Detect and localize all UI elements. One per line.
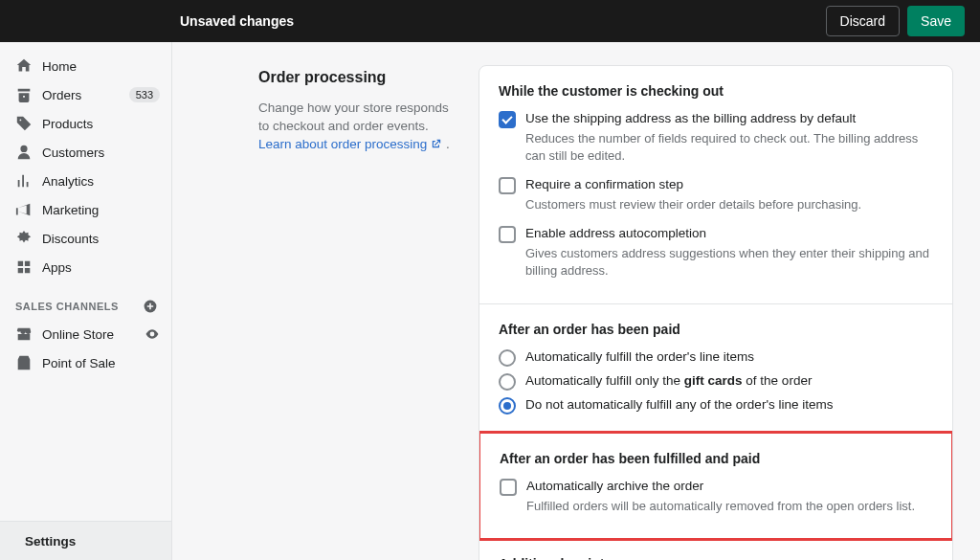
products-icon bbox=[15, 115, 33, 132]
choice-label: Automatically archive the order bbox=[526, 478, 932, 496]
sidebar-item-analytics[interactable]: Analytics bbox=[0, 167, 171, 195]
home-icon bbox=[15, 57, 33, 75]
sidebar: Home Orders 533 Products Customers Analy… bbox=[0, 42, 172, 560]
save-button[interactable]: Save bbox=[907, 6, 965, 36]
checkout-heading: While the customer is checking out bbox=[499, 83, 933, 99]
choice-desc: Customers must review their order detail… bbox=[525, 196, 933, 219]
checkbox-icon bbox=[499, 226, 516, 243]
sidebar-item-orders[interactable]: Orders 533 bbox=[0, 80, 171, 109]
page-section-title: Order processing bbox=[258, 69, 450, 86]
checkbox-icon bbox=[499, 177, 516, 194]
choice-label: Enable address autocompletion bbox=[525, 225, 933, 243]
pos-icon bbox=[15, 354, 33, 371]
add-channel-icon[interactable] bbox=[143, 299, 158, 314]
sidebar-item-label: Online Store bbox=[42, 327, 135, 342]
choice-desc: Fulfilled orders will be automatically r… bbox=[526, 498, 932, 521]
sidebar-item-label: Analytics bbox=[42, 174, 160, 189]
checkbox-icon bbox=[500, 479, 517, 496]
learn-link[interactable]: Learn about order processing bbox=[258, 137, 442, 151]
choice-desc: Gives customers address suggestions when… bbox=[525, 245, 933, 285]
learn-link-text: Learn about order processing bbox=[258, 137, 427, 151]
desc-pre: Change how your store responds to checko… bbox=[258, 101, 449, 133]
sidebar-item-label: Orders bbox=[42, 88, 120, 102]
sidebar-footer: Settings bbox=[0, 521, 171, 560]
order-processing-card: While the customer is checking out Use t… bbox=[479, 65, 953, 560]
sidebar-item-online-store[interactable]: Online Store bbox=[0, 320, 171, 348]
discard-button[interactable]: Discard bbox=[826, 6, 900, 36]
section-heading-block: Order processing Change how your store r… bbox=[258, 65, 450, 537]
page-section-desc: Change how your store responds to checko… bbox=[258, 100, 450, 154]
sidebar-item-label: Products bbox=[42, 117, 160, 131]
radio-fulfill-gift-cards[interactable]: Automatically fulfill only the gift card… bbox=[499, 372, 933, 391]
sidebar-item-marketing[interactable]: Marketing bbox=[0, 195, 171, 224]
sidebar-item-products[interactable]: Products bbox=[0, 109, 171, 138]
sidebar-item-discounts[interactable]: Discounts bbox=[0, 224, 171, 253]
sales-channels-heading: SALES CHANNELS bbox=[0, 281, 171, 320]
settings-card-column: While the customer is checking out Use t… bbox=[479, 65, 953, 537]
topbar: Unsaved changes Discard Save bbox=[0, 0, 980, 42]
sidebar-item-apps[interactable]: Apps bbox=[0, 253, 171, 281]
view-store-icon[interactable] bbox=[145, 326, 160, 342]
radio-auto-fulfill-all[interactable]: Automatically fulfill the order's line i… bbox=[499, 348, 933, 367]
sidebar-item-label: Point of Sale bbox=[42, 356, 160, 370]
orders-badge: 533 bbox=[129, 87, 160, 102]
primary-nav: Home Orders 533 Products Customers Analy… bbox=[0, 42, 171, 521]
apps-icon bbox=[15, 258, 33, 276]
topbar-title: Unsaved changes bbox=[15, 13, 826, 29]
sidebar-item-label: Marketing bbox=[42, 203, 160, 217]
analytics-icon bbox=[15, 172, 33, 190]
sidebar-item-customers[interactable]: Customers bbox=[0, 138, 171, 167]
checkbox-shipping-as-billing[interactable]: Use the shipping address as the billing … bbox=[499, 110, 933, 170]
sidebar-item-label: Discounts bbox=[42, 232, 160, 246]
sidebar-item-label: Customers bbox=[42, 146, 160, 160]
choice-label: Require a confirmation step bbox=[525, 176, 933, 194]
choice-desc: Reduces the number of fields required to… bbox=[525, 130, 933, 170]
checkbox-auto-archive[interactable]: Automatically archive the order Fulfille… bbox=[500, 478, 932, 521]
sidebar-item-label: Home bbox=[42, 59, 160, 74]
marketing-icon bbox=[15, 201, 33, 218]
sidebar-item-home[interactable]: Home bbox=[0, 52, 171, 80]
checkbox-icon bbox=[499, 111, 516, 128]
checkbox-require-confirmation[interactable]: Require a confirmation step Customers mu… bbox=[499, 176, 933, 219]
online-store-icon bbox=[15, 325, 33, 343]
choice-label: Use the shipping address as the billing … bbox=[525, 110, 933, 128]
after-paid-heading: After an order has been paid bbox=[499, 322, 933, 337]
after-fulfilled-section: After an order has been fulfilled and pa… bbox=[479, 431, 953, 541]
main-content: Order processing Change how your store r… bbox=[172, 42, 980, 560]
scripts-heading: Additional scripts bbox=[499, 556, 933, 560]
sidebar-item-label: Apps bbox=[42, 260, 160, 275]
sidebar-item-settings[interactable]: Settings bbox=[0, 522, 171, 560]
radio-icon bbox=[499, 349, 516, 367]
topbar-actions: Discard Save bbox=[826, 6, 965, 36]
radio-icon bbox=[499, 397, 516, 414]
checkbox-address-autocomplete[interactable]: Enable address autocompletion Gives cust… bbox=[499, 225, 933, 285]
orders-icon bbox=[15, 86, 33, 103]
settings-label: Settings bbox=[25, 534, 76, 549]
radio-icon bbox=[499, 373, 516, 391]
choice-label: Automatically fulfill the order's line i… bbox=[525, 348, 933, 367]
choice-label: Do not automatically fulfill any of the … bbox=[525, 396, 933, 414]
additional-scripts-section: Additional scripts bbox=[479, 539, 952, 560]
sidebar-item-pos[interactable]: Point of Sale bbox=[0, 348, 171, 377]
external-link-icon bbox=[431, 137, 442, 148]
radio-no-auto-fulfill[interactable]: Do not automatically fulfill any of the … bbox=[499, 396, 933, 414]
customers-icon bbox=[15, 144, 33, 161]
after-fulfilled-heading: After an order has been fulfilled and pa… bbox=[500, 451, 932, 466]
after-paid-section: After an order has been paid Automatical… bbox=[479, 304, 952, 433]
sales-channels-label: SALES CHANNELS bbox=[15, 301, 119, 312]
choice-label: Automatically fulfill only the gift card… bbox=[525, 372, 933, 391]
checkout-section: While the customer is checking out Use t… bbox=[479, 66, 952, 304]
discounts-icon bbox=[15, 230, 33, 247]
desc-post: . bbox=[442, 137, 450, 151]
